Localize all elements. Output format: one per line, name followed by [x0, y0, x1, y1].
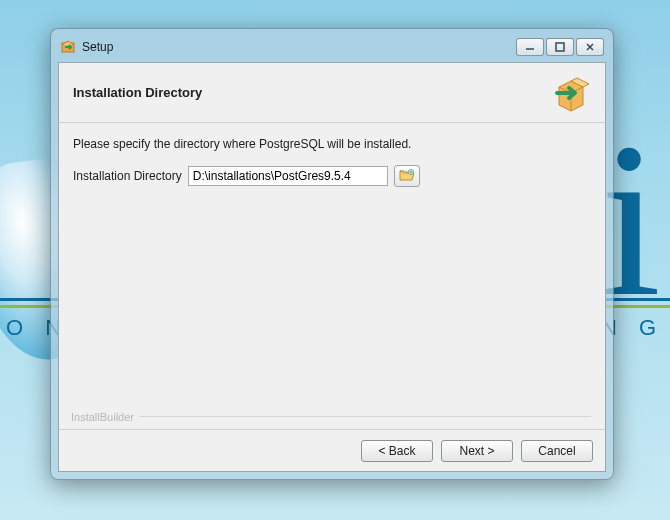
wizard-header: Installation Directory [59, 63, 605, 123]
setup-window: Setup Installation Directory Plea [50, 28, 614, 480]
next-button[interactable]: Next > [441, 440, 513, 462]
watermark-text: InstallBuilder [71, 411, 134, 423]
page-title: Installation Directory [73, 85, 551, 100]
maximize-button[interactable] [546, 38, 574, 56]
app-icon [60, 39, 76, 55]
browse-button[interactable] [394, 165, 420, 187]
svg-rect-2 [556, 43, 564, 51]
window-title: Setup [82, 40, 113, 54]
minimize-button[interactable] [516, 38, 544, 56]
watermark-line [139, 416, 591, 417]
directory-input[interactable] [188, 166, 388, 186]
box-arrow-icon [551, 73, 591, 113]
cancel-button[interactable]: Cancel [521, 440, 593, 462]
directory-field-row: Installation Directory [73, 165, 591, 187]
directory-label: Installation Directory [73, 169, 182, 183]
instruction-text: Please specify the directory where Postg… [73, 137, 591, 151]
back-button[interactable]: < Back [361, 440, 433, 462]
folder-open-icon [399, 168, 415, 185]
close-button[interactable] [576, 38, 604, 56]
wizard-content: Please specify the directory where Postg… [59, 123, 605, 429]
titlebar: Setup [58, 36, 606, 58]
wizard-footer: < Back Next > Cancel [59, 429, 605, 471]
window-body: Installation Directory Please specify th… [58, 62, 606, 472]
